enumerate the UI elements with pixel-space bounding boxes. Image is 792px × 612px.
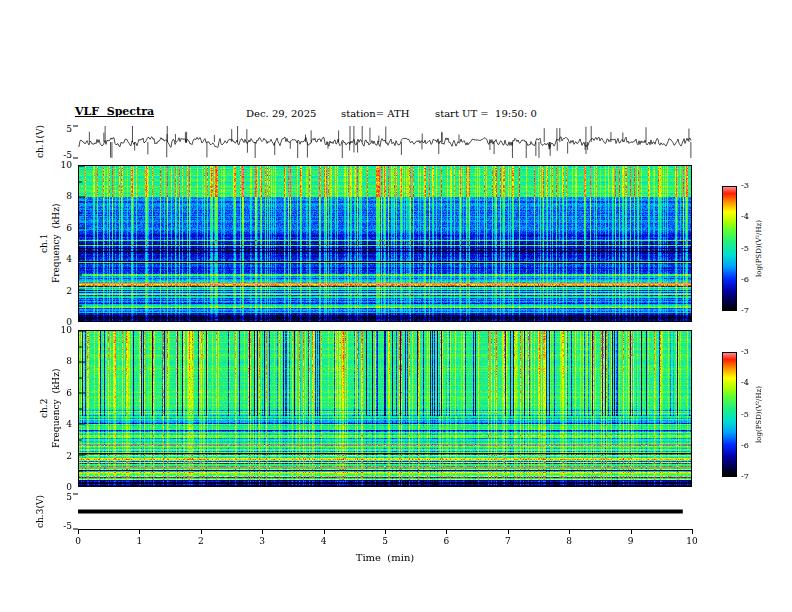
axis-tick: [262, 529, 263, 534]
axis-tick: [79, 228, 85, 229]
colorbar-ch2-gradient: [723, 353, 736, 476]
colorbar-ch2-tick-labels: -3 -4 -5 -6 -7: [741, 352, 755, 477]
tick-label: 10: [61, 326, 72, 335]
ch1-spectrogram-panel: [78, 165, 692, 322]
axis-tick: [79, 197, 85, 198]
tick-label: 10: [686, 537, 697, 546]
colorbar-ch1-label: log(PSD)(V²/Hz): [756, 186, 768, 311]
tick-label: 9: [628, 537, 634, 546]
ch3-waveform-panel: [78, 494, 692, 530]
ch1-volt-tick-labels: 5 -5: [58, 126, 72, 158]
axis-tick: [569, 529, 570, 534]
ch3-volt-axis-label: ch.3(V): [36, 494, 48, 530]
axis-tick: [692, 529, 693, 534]
tick-label: 3: [259, 537, 265, 546]
tick-label: 4: [66, 255, 72, 264]
tick-label: 8: [566, 537, 572, 546]
tick-label: 7: [505, 537, 511, 546]
colorbar-ch1-tick-labels: -3 -4 -5 -6 -7: [741, 186, 755, 311]
tick-label: 2: [66, 451, 72, 460]
axis-tick: [631, 529, 632, 534]
colorbar-ch1-gradient: [723, 187, 736, 310]
axis-tick: [79, 212, 82, 213]
tick-label: 5: [382, 537, 388, 546]
tick-label: -7: [741, 307, 749, 315]
tick-label: -7: [741, 473, 749, 481]
axis-tick: [79, 321, 85, 322]
tick-label: 8: [66, 357, 72, 366]
tick-label: -5: [741, 411, 749, 419]
vlf-spectra-figure: VLF Spectra Dec. 29, 2025 station= ATH s…: [0, 0, 792, 612]
station-label: station= ATH: [341, 108, 409, 119]
axis-tick: [446, 529, 447, 534]
tick-label: 4: [321, 537, 327, 546]
axis-tick: [79, 455, 85, 456]
axis-tick: [79, 486, 85, 487]
axis-tick: [139, 529, 140, 534]
ch1-waveform-panel: [78, 126, 692, 158]
ch1-waveform-plot: [78, 126, 692, 158]
tick-label: 5: [66, 492, 72, 501]
axis-tick: [508, 529, 509, 534]
tick-label: 0: [66, 483, 72, 492]
spec1-y-tick-labels: 10 8 6 4 2 0: [56, 165, 72, 322]
axis-tick: [73, 158, 78, 159]
axis-tick: [79, 290, 85, 291]
tick-label: 8: [66, 192, 72, 201]
tick-label: 2: [66, 286, 72, 295]
tick-label: 0: [75, 537, 81, 546]
ch2-spectrogram-panel: [78, 330, 692, 487]
figure-title: VLF Spectra: [75, 106, 154, 118]
ch3-waveform-plot: [78, 494, 692, 529]
ch2-spectrogram-plot: [79, 331, 691, 486]
axis-tick: [79, 470, 82, 471]
tick-label: -5: [741, 245, 749, 253]
tick-label: -3: [741, 182, 749, 190]
axis-tick: [79, 439, 82, 440]
axis-tick: [79, 393, 85, 394]
date-label: Dec. 29, 2025: [246, 108, 316, 119]
tick-label: -4: [741, 213, 749, 221]
tick-label: 2: [198, 537, 204, 546]
axis-tick: [79, 377, 82, 378]
axis-tick: [79, 362, 85, 363]
axis-tick: [79, 408, 82, 409]
tick-label: 6: [66, 388, 72, 397]
tick-label: -3: [741, 348, 749, 356]
axis-tick: [79, 305, 82, 306]
colorbar-ch2-label: log(PSD)(V²/Hz): [756, 352, 768, 477]
tick-label: -4: [741, 379, 749, 387]
axis-tick: [324, 529, 325, 534]
axis-tick: [79, 181, 82, 182]
tick-label: 1: [137, 537, 143, 546]
ch1-spectrogram-plot: [79, 166, 691, 321]
spec2-y-tick-labels: 10 8 6 4 2 0: [56, 330, 72, 487]
time-axis-label: Time (min): [78, 552, 692, 563]
axis-tick: [79, 424, 85, 425]
colorbar-ch2: [722, 352, 737, 477]
tick-label: 6: [444, 537, 450, 546]
start-ut-label: start UT = 19:50: 0: [435, 108, 537, 119]
axis-tick: [78, 529, 79, 534]
tick-label: 5: [66, 124, 72, 133]
tick-label: 10: [61, 161, 72, 170]
ch1-volt-axis-label: ch.1(V): [36, 126, 48, 158]
tick-label: -5: [63, 521, 72, 530]
axis-tick: [79, 259, 85, 260]
axis-tick: [79, 166, 85, 167]
tick-label: 6: [66, 223, 72, 232]
ch3-volt-tick-labels: 5 -5: [58, 494, 72, 530]
axis-tick: [201, 529, 202, 534]
tick-label: -6: [741, 442, 749, 450]
tick-label: -6: [741, 276, 749, 284]
axis-tick: [79, 243, 82, 244]
colorbar-ch1: [722, 186, 737, 311]
axis-tick: [79, 346, 82, 347]
axis-tick: [79, 331, 85, 332]
axis-tick: [73, 126, 78, 127]
axis-tick: [73, 494, 78, 495]
tick-label: 4: [66, 420, 72, 429]
axis-tick: [79, 274, 82, 275]
axis-tick: [385, 529, 386, 534]
